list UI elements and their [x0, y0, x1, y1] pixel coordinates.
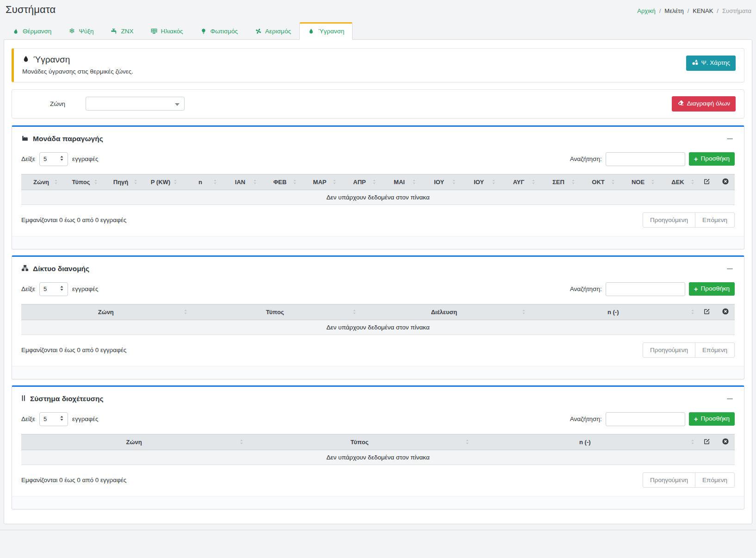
column-header[interactable]: ΦΕΒ [260, 174, 300, 190]
previous-page-button[interactable]: Προηγούμενη [643, 472, 695, 488]
search-label: Αναζήτηση: [570, 285, 602, 292]
column-header[interactable]: Ζώνη [21, 174, 61, 190]
zone-select[interactable] [86, 97, 185, 111]
tab-heating[interactable]: Θέρμανση [4, 22, 60, 40]
column-header[interactable]: ΝΟΕ [618, 174, 658, 190]
sort-icon [451, 179, 457, 185]
table-search-area: Αναζήτηση: + Προσθήκη [570, 152, 735, 166]
delete-column-header [716, 174, 735, 190]
tab-solar[interactable]: Ηλιακός [142, 22, 192, 40]
add-button[interactable]: + Προσθήκη [689, 152, 735, 166]
panel-header: Σύστημα διοχέτευσης [12, 387, 744, 410]
collapse-panel-button[interactable] [725, 267, 735, 271]
previous-page-button[interactable]: Προηγούμενη [643, 212, 695, 228]
column-header[interactable]: Πηγή [101, 174, 141, 190]
search-input[interactable] [606, 152, 685, 166]
column-header[interactable]: ΑΥΓ [499, 174, 539, 190]
add-button[interactable]: + Προσθήκη [689, 412, 735, 426]
column-header[interactable]: Ζώνη [21, 434, 247, 450]
breadcrumb-study[interactable]: Μελέτη [664, 7, 683, 14]
panel-body: Δείξε 5 εγγραφές Αναζήτηση: [12, 410, 744, 496]
column-header[interactable]: ΑΠΡ [340, 174, 379, 190]
column-header[interactable]: ΜΑΡ [300, 174, 340, 190]
breadcrumb-home[interactable]: Αρχική [637, 7, 656, 14]
page: Συστήματα Αρχική / Μελέτη / KENAK / Συστ… [0, 0, 756, 554]
tab-label: Ψύξη [79, 28, 93, 35]
add-button[interactable]: + Προσθήκη [689, 282, 735, 296]
sort-icon [690, 309, 695, 315]
panel-title: Δίκτυο διανομής [33, 265, 89, 273]
panel-body: Δείξε 5 εγγραφές Αναζήτηση: [12, 280, 744, 366]
next-page-button[interactable]: Επόμενη [695, 472, 735, 488]
psychrometric-map-button[interactable]: Ψ. Χάρτης [686, 56, 736, 71]
page-length-select[interactable]: 5 [39, 282, 68, 296]
breadcrumb-separator: / [659, 7, 661, 14]
tab-label: Θέρμανση [23, 28, 51, 35]
emission-system-table: ΖώνηΤύποςn (-) Δεν υπάρχουν δεδομένα στο… [21, 434, 735, 465]
humidification-header-panel: Ύγρανση Μονάδες ύγρανσης στις θερμικές ζ… [12, 48, 744, 82]
up-down-icon [60, 415, 64, 422]
column-header[interactable]: n (-) [472, 434, 698, 450]
search-input[interactable] [606, 282, 685, 296]
column-header[interactable]: Τύπος [61, 174, 101, 190]
breadcrumb-separator: / [688, 7, 689, 14]
sort-icon [491, 179, 496, 185]
tab-lighting[interactable]: Φωτισμός [192, 22, 247, 40]
up-down-icon [60, 155, 64, 162]
plus-icon: + [694, 156, 698, 162]
column-header[interactable]: ΟΚΤ [578, 174, 618, 190]
tab-label: Ηλιακός [161, 28, 183, 35]
breadcrumb-kenak[interactable]: KENAK [693, 7, 713, 14]
empty-table-message: Δεν υπάρχουν δεδομένα στον πίνακα [21, 190, 735, 205]
next-page-button[interactable]: Επόμενη [695, 212, 735, 228]
column-header[interactable]: ΔΕΚ [658, 174, 698, 190]
network-icon [21, 265, 29, 273]
previous-page-button[interactable]: Προηγούμενη [643, 342, 695, 358]
column-header[interactable]: Τύπος [191, 304, 360, 320]
tab-cooling[interactable]: ❄ Ψύξη [60, 22, 102, 40]
column-header[interactable]: ΙΑΝ [220, 174, 260, 190]
column-header[interactable]: ΙΟΥ [419, 174, 459, 190]
tab-dhw[interactable]: ΖΝΧ [102, 22, 142, 40]
column-header[interactable]: ΙΟΥ [459, 174, 499, 190]
column-header[interactable]: Τύπος [247, 434, 472, 450]
page-length-select[interactable]: 5 [39, 412, 68, 426]
column-header[interactable]: n [180, 174, 220, 190]
page-length-select[interactable]: 5 [39, 152, 68, 166]
panel-title-row: Μονάδα παραγωγής [21, 135, 103, 143]
button-label: Προσθήκη [700, 155, 730, 162]
sort-icon [521, 309, 527, 315]
sort-icon [332, 179, 337, 185]
tab-humidification[interactable]: Ύγρανση [299, 22, 353, 40]
empty-table-message: Δεν υπάρχουν δεδομένα στον πίνακα [21, 320, 735, 335]
sort-icon [352, 309, 357, 315]
shapes-icon [692, 59, 699, 68]
distribution-network-panel: Δίκτυο διανομής Δείξε 5 [12, 255, 744, 379]
delete-all-button[interactable]: Διαγραφή όλων [672, 96, 736, 112]
panel-footer [12, 366, 744, 379]
table-header-row: ΖώνηΤύποςΔιέλευσηn (-) [21, 304, 735, 320]
tab-ventilation[interactable]: Αερισμός [246, 22, 299, 40]
sort-icon [465, 439, 470, 445]
column-header[interactable]: P (KW) [141, 174, 180, 190]
droplet-icon [308, 27, 315, 35]
next-page-button[interactable]: Επόμενη [695, 342, 735, 358]
collapse-panel-button[interactable] [725, 136, 735, 141]
column-header[interactable]: ΣΕΠ [539, 174, 578, 190]
column-header[interactable]: Διέλευση [359, 304, 529, 320]
column-header[interactable]: ΜΑΙ [379, 174, 419, 190]
humidification-title-row: Ύγρανση [22, 55, 133, 65]
pagination: Προηγούμενη Επόμενη [643, 342, 735, 358]
minus-icon [727, 398, 733, 399]
table-info: Εμφανίζονται 0 έως 0 από 0 εγγραφές [21, 217, 126, 223]
search-input[interactable] [606, 412, 685, 426]
column-header[interactable]: n (-) [529, 304, 698, 320]
records-label: εγγραφές [72, 285, 98, 292]
fire-icon [12, 27, 19, 35]
column-header[interactable]: Ζώνη [21, 304, 191, 320]
collapse-panel-button[interactable] [725, 397, 735, 401]
tab-label: Αερισμός [265, 28, 291, 35]
page-length-control: Δείξε 5 εγγραφές [21, 282, 98, 296]
sort-icon [372, 179, 377, 185]
systems-card: Ύγρανση Μονάδες ύγρανσης στις θερμικές ζ… [4, 39, 752, 524]
